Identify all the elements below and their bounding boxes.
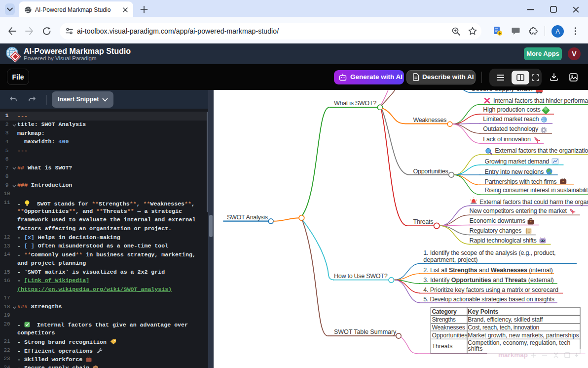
- svg-text:2. List all Strengths and Weak: 2. List all Strengths and Weaknesses (in…: [423, 267, 552, 274]
- svg-text:What is SWOT?: What is SWOT?: [334, 100, 376, 107]
- svg-text:Key Points: Key Points: [468, 308, 498, 315]
- svg-text:Strengths: Strengths: [432, 316, 455, 323]
- svg-text:High production costs: High production costs: [483, 106, 540, 113]
- svg-text:shifts: shifts: [468, 345, 482, 352]
- svg-text:Lack of innovation: Lack of innovation: [483, 136, 531, 143]
- svg-text:department, project): department, project): [423, 256, 478, 263]
- svg-text:Threats: Threats: [432, 343, 452, 350]
- svg-text:External factors that the orga: External factors that the organization: [495, 147, 588, 154]
- svg-text:How to Use SWOT?: How to Use SWOT?: [334, 273, 388, 280]
- svg-text:Entry into new regions: Entry into new regions: [485, 168, 544, 175]
- svg-text:Internal factors that hinder p: Internal factors that hinder performance: [493, 97, 588, 104]
- svg-text:SWOT Analysis: SWOT Analysis: [227, 214, 268, 221]
- svg-text:Economic downturns: Economic downturns: [470, 217, 525, 224]
- svg-text:Regulatory changes: Regulatory changes: [470, 227, 521, 234]
- svg-text:Limited market reach: Limited market reach: [483, 116, 539, 123]
- svg-text:1. Identify the scope of the a: 1. Identify the scope of the analysis (e…: [423, 249, 555, 256]
- svg-text:Outdated technology: Outdated technology: [483, 125, 539, 132]
- svg-text:Market growth, new markets, pa: Market growth, new markets, partnerships: [468, 332, 579, 339]
- svg-text:New competitors entering the m: New competitors entering the market: [470, 207, 567, 214]
- svg-text:SWOT Table Summary: SWOT Table Summary: [334, 328, 397, 335]
- svg-text:Opportunities: Opportunities: [413, 168, 448, 175]
- svg-text:Rising consumer interest in su: Rising consumer interest in sustainabili…: [485, 187, 588, 194]
- svg-text:Competition, economy, regulati: Competition, economy, regulation, tech: [468, 339, 570, 346]
- svg-text:Growing market demand: Growing market demand: [485, 158, 550, 165]
- svg-text:Opportunities: Opportunities: [432, 332, 467, 339]
- svg-text:Weaknesses: Weaknesses: [432, 324, 465, 331]
- svg-text:3. Identify Opportunities and: 3. Identify Opportunities and Threats (e…: [423, 277, 553, 284]
- svg-text:5. Develop actionable strategi: 5. Develop actionable strategies based o…: [423, 296, 554, 303]
- svg-text:Partnerships with tech firms: Partnerships with tech firms: [485, 178, 557, 185]
- svg-text:Cost, reach, tech, innovation: Cost, reach, tech, innovation: [468, 324, 539, 331]
- svg-text:Weaknesses: Weaknesses: [413, 117, 447, 123]
- svg-text:Category: Category: [432, 308, 457, 315]
- svg-text:Brand, efficiency, skilled sta: Brand, efficiency, skilled staff: [468, 316, 543, 323]
- svg-text:4. Prioritize key factors usin: 4. Prioritize key factors using a matrix…: [423, 286, 558, 293]
- svg-text:Threats: Threats: [413, 218, 434, 225]
- svg-text:Secure supply chain: Secure supply chain: [471, 90, 532, 92]
- svg-text:Rapid technological shifts: Rapid technological shifts: [470, 237, 537, 244]
- svg-text:External factors that could ha: External factors that could harm the org…: [479, 199, 588, 205]
